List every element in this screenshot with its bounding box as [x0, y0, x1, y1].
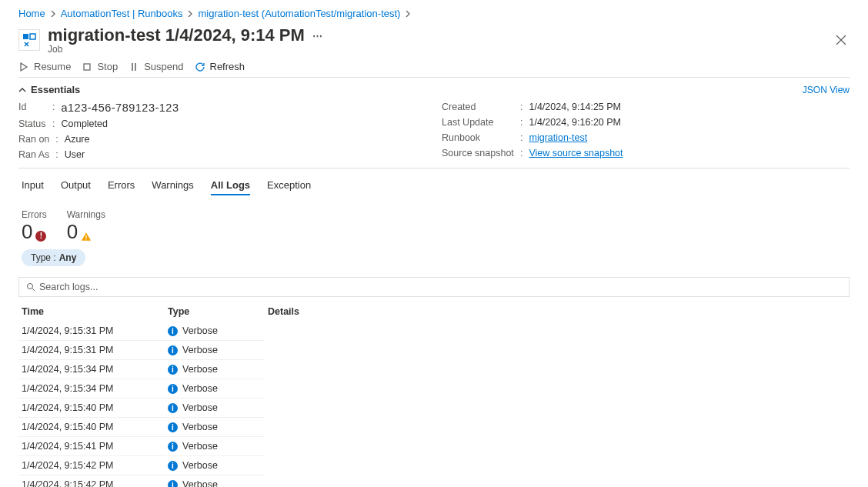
log-time: 1/4/2024, 9:15:40 PM	[18, 418, 165, 437]
log-row[interactable]: 1/4/2024, 9:15:42 PMiVerbose	[18, 456, 850, 475]
log-details	[265, 482, 850, 488]
svg-rect-2	[84, 64, 90, 70]
refresh-label: Refresh	[210, 61, 245, 72]
warnings-counter: Warnings 0	[67, 209, 105, 242]
log-type: iVerbose	[165, 418, 265, 437]
last-update-key: Last Update	[442, 117, 514, 128]
log-row[interactable]: 1/4/2024, 9:15:31 PMiVerbose	[18, 341, 850, 360]
ran-on-key: Ran on	[18, 134, 49, 145]
log-time: 1/4/2024, 9:15:31 PM	[18, 322, 165, 341]
essentials-label: Essentials	[31, 84, 80, 95]
log-type: iVerbose	[165, 341, 265, 360]
snapshot-key: Source snapshot	[442, 148, 514, 158]
job-icon	[18, 29, 40, 51]
svg-rect-3	[86, 235, 87, 238]
log-row[interactable]: 1/4/2024, 9:15:34 PMiVerbose	[18, 360, 850, 379]
pause-icon	[129, 62, 139, 72]
more-actions-button[interactable]: ⋯	[312, 30, 323, 42]
created-key: Created	[442, 102, 514, 112]
log-details	[265, 462, 850, 470]
tab-errors[interactable]: Errors	[108, 179, 135, 195]
tab-exception[interactable]: Exception	[267, 179, 311, 195]
info-icon: i	[168, 403, 178, 413]
breadcrumb-home[interactable]: Home	[18, 8, 45, 19]
close-button[interactable]	[833, 32, 850, 48]
search-input[interactable]	[18, 277, 850, 297]
tab-input[interactable]: Input	[22, 179, 44, 195]
ran-on-value[interactable]: Azure	[65, 134, 90, 145]
search-icon	[26, 282, 35, 292]
info-icon: i	[168, 480, 178, 488]
breadcrumb-runbooks[interactable]: AutomationTest | Runbooks	[61, 8, 183, 19]
tab-output[interactable]: Output	[61, 179, 91, 195]
log-row[interactable]: 1/4/2024, 9:15:34 PMiVerbose	[18, 379, 850, 399]
info-icon: i	[168, 422, 178, 432]
log-row[interactable]: 1/4/2024, 9:15:42 PMiVerbose	[18, 475, 850, 487]
log-time: 1/4/2024, 9:15:31 PM	[18, 341, 165, 360]
snapshot-link[interactable]: View source snapshot	[529, 148, 623, 158]
ran-as-value[interactable]: User	[65, 149, 85, 160]
log-time: 1/4/2024, 9:15:34 PM	[18, 379, 165, 399]
log-row[interactable]: 1/4/2024, 9:15:31 PMiVerbose	[18, 322, 850, 341]
created-value[interactable]: 1/4/2024, 9:14:25 PM	[529, 102, 621, 112]
col-time[interactable]: Time	[22, 306, 168, 317]
breadcrumb-migration-test[interactable]: migration-test (AutomationTest/migration…	[198, 8, 400, 19]
json-view-link[interactable]: JSON View	[803, 85, 850, 95]
id-value[interactable]: a123-456-789123-123	[61, 102, 179, 114]
resume-button[interactable]: Resume	[18, 61, 71, 72]
warnings-counter-label: Warnings	[67, 209, 105, 220]
last-update-value[interactable]: 1/4/2024, 9:16:20 PM	[529, 117, 621, 128]
log-type: iVerbose	[165, 475, 265, 487]
status-key: Status	[18, 118, 46, 129]
id-key: Id	[18, 102, 46, 114]
essentials-toggle[interactable]: Essentials	[18, 84, 80, 95]
warnings-counter-value: 0	[67, 222, 78, 242]
status-value[interactable]: Completed	[61, 118, 107, 129]
info-icon: i	[168, 384, 178, 394]
info-icon: i	[168, 365, 178, 375]
log-type: iVerbose	[165, 360, 265, 379]
type-filter-key: Type :	[31, 252, 56, 263]
svg-rect-4	[86, 238, 87, 239]
runbook-key: Runbook	[442, 132, 514, 143]
col-type[interactable]: Type	[168, 306, 268, 317]
log-details	[265, 347, 850, 355]
runbook-link[interactable]: migration-test	[529, 132, 587, 143]
log-details	[265, 405, 850, 412]
log-row[interactable]: 1/4/2024, 9:15:40 PMiVerbose	[18, 399, 850, 418]
svg-rect-1	[30, 34, 35, 39]
log-type: iVerbose	[165, 437, 265, 456]
log-time: 1/4/2024, 9:15:42 PM	[18, 475, 165, 487]
tab-all-logs[interactable]: All Logs	[211, 179, 250, 195]
stop-button[interactable]: Stop	[82, 61, 118, 72]
log-details	[265, 328, 850, 335]
breadcrumb: Home AutomationTest | Runbooks migration…	[18, 6, 850, 25]
suspend-button[interactable]: Suspend	[129, 61, 183, 72]
play-icon	[18, 62, 29, 72]
errors-counter-value: 0	[22, 222, 32, 242]
refresh-button[interactable]: Refresh	[195, 61, 245, 72]
log-details	[265, 424, 850, 432]
log-time: 1/4/2024, 9:15:41 PM	[18, 437, 165, 456]
type-filter[interactable]: Type : Any	[22, 249, 85, 266]
stop-label: Stop	[97, 61, 118, 72]
ran-as-key: Ran As	[18, 149, 49, 160]
tab-bar: Input Output Errors Warnings All Logs Ex…	[22, 168, 850, 198]
chevron-right-icon	[50, 11, 56, 17]
log-row[interactable]: 1/4/2024, 9:15:41 PMiVerbose	[18, 437, 850, 456]
chevron-up-icon	[18, 86, 26, 94]
log-row[interactable]: 1/4/2024, 9:15:40 PMiVerbose	[18, 418, 850, 437]
page-subtitle: Job	[48, 44, 825, 55]
col-details[interactable]: Details	[268, 306, 846, 317]
errors-counter: Errors 0 !	[22, 209, 47, 242]
resume-label: Resume	[34, 61, 71, 72]
log-type: iVerbose	[165, 379, 265, 399]
log-details	[265, 443, 850, 451]
stop-icon	[82, 62, 92, 72]
log-type: iVerbose	[165, 456, 265, 475]
warning-icon	[81, 231, 92, 242]
log-time: 1/4/2024, 9:15:34 PM	[18, 360, 165, 379]
log-details	[265, 385, 850, 393]
log-type: iVerbose	[165, 322, 265, 341]
tab-warnings[interactable]: Warnings	[152, 179, 193, 195]
